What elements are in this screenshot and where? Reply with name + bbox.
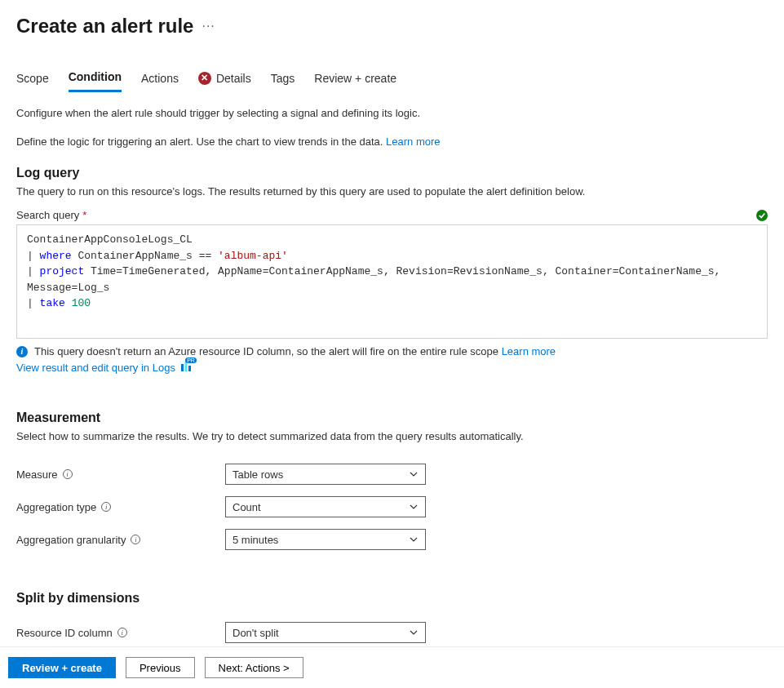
measurement-desc: Select how to summarize the results. We … — [16, 430, 768, 442]
measurement-title: Measurement — [16, 411, 768, 425]
info-icon[interactable]: i — [101, 502, 111, 512]
required-asterisk: * — [82, 209, 86, 221]
query-info-learn-more-link[interactable]: Learn more — [502, 345, 556, 357]
footer-bar: Review + create Previous Next: Actions > — [0, 646, 784, 688]
page-title: Create an alert rule — [16, 15, 193, 38]
preview-badge: PR — [185, 357, 197, 363]
svg-rect-2 — [188, 366, 191, 371]
learn-more-link[interactable]: Learn more — [386, 135, 440, 148]
tab-label: Review + create — [314, 72, 396, 85]
aggregation-granularity-label: Aggregation granularity i — [16, 534, 225, 546]
tab-label: Details — [216, 72, 251, 85]
tab-condition[interactable]: Condition — [69, 70, 122, 92]
query-line: | project Time=TimeGenerated, AppName=Co… — [27, 264, 757, 295]
resource-id-column-select[interactable]: Don't split — [225, 622, 426, 643]
previous-button[interactable]: Previous — [126, 657, 195, 678]
next-button[interactable]: Next: Actions > — [205, 657, 303, 678]
tabs-bar: Scope Condition Actions ✕ Details Tags R… — [0, 70, 784, 92]
split-dimensions-title: Split by dimensions — [16, 591, 768, 606]
error-badge-icon: ✕ — [198, 72, 211, 85]
chevron-down-icon — [409, 535, 419, 544]
aggregation-type-select[interactable]: Count — [225, 496, 426, 517]
validation-ok-icon — [756, 210, 768, 221]
select-value: 5 minutes — [233, 534, 278, 546]
log-query-desc: The query to run on this resource's logs… — [16, 185, 768, 198]
chevron-down-icon — [409, 469, 419, 479]
intro-line-1: Configure when the alert rule should tri… — [16, 107, 768, 119]
more-icon[interactable]: ··· — [202, 19, 215, 33]
tab-scope[interactable]: Scope — [16, 70, 49, 92]
intro-text: Define the logic for triggering an alert… — [16, 135, 383, 148]
query-info-text: This query doesn't return an Azure resou… — [34, 345, 556, 357]
measure-select[interactable]: Table rows — [225, 464, 426, 485]
select-value: Count — [233, 501, 261, 513]
tab-tags[interactable]: Tags — [271, 70, 295, 92]
review-create-button[interactable]: Review + create — [8, 657, 116, 678]
content-pane: Configure when the alert rule should tri… — [0, 107, 784, 646]
tab-label: Tags — [271, 72, 295, 85]
query-line: | where ContainerAppName_s == 'album-api… — [27, 248, 757, 264]
resource-id-column-label: Resource ID column i — [16, 627, 225, 639]
logs-icon[interactable]: PR — [180, 361, 192, 375]
view-result-link[interactable]: View result and edit query in Logs — [16, 362, 175, 374]
tab-label: Condition — [69, 70, 122, 83]
chevron-down-icon — [409, 628, 419, 637]
info-icon[interactable]: i — [63, 469, 73, 479]
aggregation-type-label: Aggregation type i — [16, 501, 225, 513]
query-line: | take 100 — [27, 295, 757, 312]
measure-label: Measure i — [16, 468, 225, 481]
log-query-title: Log query — [16, 166, 768, 180]
search-query-label: Search query* — [16, 209, 86, 221]
info-icon: i — [16, 346, 28, 357]
select-value: Table rows — [233, 468, 283, 481]
tab-actions[interactable]: Actions — [141, 70, 179, 92]
info-icon[interactable]: i — [131, 535, 140, 544]
chevron-down-icon — [409, 502, 419, 512]
tab-label: Scope — [16, 72, 49, 85]
tab-details[interactable]: ✕ Details — [198, 70, 251, 92]
select-value: Don't split — [233, 627, 279, 639]
info-icon[interactable]: i — [117, 628, 127, 637]
tab-review-create[interactable]: Review + create — [314, 70, 396, 92]
query-info-bar: i This query doesn't return an Azure res… — [16, 345, 768, 357]
aggregation-granularity-select[interactable]: 5 minutes — [225, 529, 426, 550]
query-editor[interactable]: ContainerAppConsoleLogs_CL | where Conta… — [16, 224, 768, 339]
svg-rect-0 — [181, 364, 184, 371]
tab-label: Actions — [141, 72, 179, 85]
intro-line-2: Define the logic for triggering an alert… — [16, 135, 768, 148]
query-line: ContainerAppConsoleLogs_CL — [27, 232, 757, 248]
